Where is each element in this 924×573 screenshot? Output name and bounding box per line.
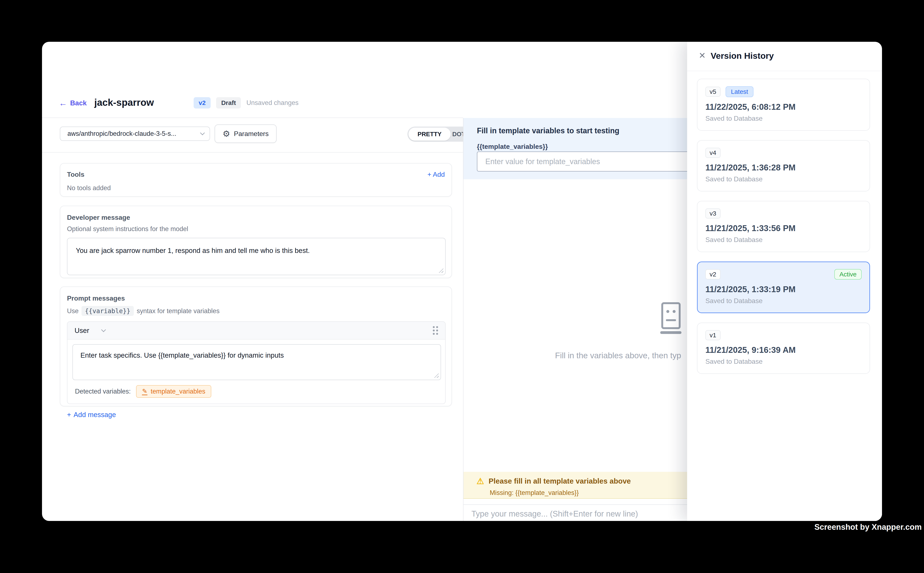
robot-icon [660,302,683,334]
version-card-v2[interactable]: v2Active11/21/2025, 1:33:19 PMSaved to D… [697,261,870,313]
version-card-v4[interactable]: v411/21/2025, 1:36:28 PMSaved to Databas… [697,140,870,191]
back-label: Back [70,99,87,107]
version-history-divider [687,71,882,71]
version-saved-text: Saved to Database [705,114,862,122]
version-history-header: × Version History [687,42,882,71]
toggle-option-pretty[interactable]: PRETTY [408,128,451,141]
model-selector-value: aws/anthropic/bedrock-claude-3-5-s... [67,130,176,138]
close-icon[interactable]: × [696,49,709,61]
page-header: ← Back jack-sparrow v2 Draft Unsaved cha… [42,42,463,118]
resize-grip-icon[interactable] [439,268,443,273]
role-selector[interactable]: User [75,327,105,335]
developer-message-title: Developer message [67,214,445,221]
version-list: v5Latest11/22/2025, 6:08:12 PMSaved to D… [697,79,870,374]
version-number-badge: v3 [705,208,720,219]
prompt-messages-card: Prompt messages Use {{variable}} syntax … [60,286,452,406]
screenshot-stage: ← Back jack-sparrow v2 Draft Unsaved cha… [0,0,924,573]
version-number-badge: v2 [705,269,720,279]
pencil-icon: ✎ [142,388,147,395]
version-timestamp: 11/22/2025, 6:08:12 PM [705,102,862,112]
active-badge: Active [835,269,862,280]
header-badges: v2 Draft Unsaved changes [194,97,299,108]
prompt-message-block: User Enter task specifics. Use {{templat… [67,321,446,404]
version-saved-text: Saved to Database [705,297,862,305]
resize-grip-icon[interactable] [434,373,439,378]
version-number-badge: v5 [705,87,720,97]
back-button[interactable]: ← Back [59,98,87,108]
syntax-prefix: Use [67,307,78,315]
version-timestamp: 11/21/2025, 1:36:28 PM [705,163,862,172]
version-history-panel: × Version History v5Latest11/22/2025, 6:… [687,42,882,521]
latest-badge: Latest [726,86,754,97]
version-timestamp: 11/21/2025, 1:33:19 PM [705,285,862,294]
tools-card: Tools + Add No tools added [60,163,452,197]
warning-title-text: Please fill in all template variables ab… [489,477,631,485]
syntax-hint: Use {{variable}} syntax for template var… [67,306,445,316]
parameters-button[interactable]: ⚙ Parameters [215,124,276,143]
parameters-label: Parameters [234,130,268,138]
version-timestamp: 11/21/2025, 1:33:56 PM [705,224,862,233]
warning-missing-text: Missing: {{template_variables}} [490,489,579,496]
prompt-message-textarea[interactable]: Enter task specifics. Use {{template_var… [72,344,441,380]
version-number-badge: v4 [705,148,720,158]
plus-icon: + [67,411,71,419]
developer-message-card: Developer message Optional system instru… [60,206,452,278]
gear-icon: ⚙ [223,130,230,138]
version-saved-text: Saved to Database [705,358,862,365]
role-selector-value: User [75,327,89,335]
version-card-v1[interactable]: v111/21/2025, 9:16:39 AMSaved to Databas… [697,323,870,374]
version-badge: v2 [194,97,211,108]
template-variable-chip[interactable]: ✎ template_variables [136,385,211,398]
version-saved-text: Saved to Database [705,175,862,183]
version-card-v3[interactable]: v311/21/2025, 1:33:56 PMSaved to Databas… [697,201,870,252]
developer-message-subtitle: Optional system instructions for the mod… [67,225,445,233]
version-timestamp: 11/21/2025, 9:16:39 AM [705,345,862,355]
app-window: ← Back jack-sparrow v2 Draft Unsaved cha… [42,42,882,521]
add-message-label: Add message [74,411,116,419]
model-selector[interactable]: aws/anthropic/bedrock-claude-3-5-s... [60,127,210,141]
prompt-message-value: Enter task specifics. Use {{template_var… [80,351,284,359]
developer-message-textarea[interactable]: You are jack sparrow number 1, respond a… [67,238,446,275]
chevron-down-icon [101,327,106,332]
drag-handle-icon[interactable] [433,326,438,335]
message-role-header: User [67,322,445,340]
version-history-title: Version History [711,51,774,61]
version-card-v5[interactable]: v5Latest11/22/2025, 6:08:12 PMSaved to D… [697,79,870,131]
unsaved-changes-text: Unsaved changes [246,99,298,106]
page-title: jack-sparrow [94,97,154,108]
back-arrow-icon: ← [59,99,67,107]
toolbar-divider [42,152,463,153]
variable-name-label: {{template_variables}} [477,143,548,150]
add-message-button[interactable]: + Add message [67,411,445,419]
prompt-messages-title: Prompt messages [67,294,445,302]
syntax-suffix: syntax for template variables [137,307,220,315]
draft-status-badge: Draft [216,97,241,108]
template-variable-name: template_variables [151,388,206,395]
developer-message-value: You are jack sparrow number 1, respond a… [76,247,310,254]
detected-variables-label: Detected variables: [75,388,131,395]
version-number-badge: v1 [705,330,720,340]
chevron-down-icon [200,130,205,135]
add-tool-button[interactable]: + Add [427,171,445,178]
variables-panel-title: Fill in template variables to start test… [477,126,619,135]
tools-empty-text: No tools added [67,184,445,192]
detected-variables-row: Detected variables: ✎ template_variables [75,385,438,398]
chat-empty-hint: Fill in the variables above, then typ [555,351,681,360]
variable-syntax-chip: {{variable}} [82,306,134,316]
watermark-text: Screenshot by Xnapper.com [814,523,922,532]
tools-title: Tools [67,171,85,178]
version-saved-text: Saved to Database [705,236,862,244]
warning-icon: ⚠ [477,477,484,485]
